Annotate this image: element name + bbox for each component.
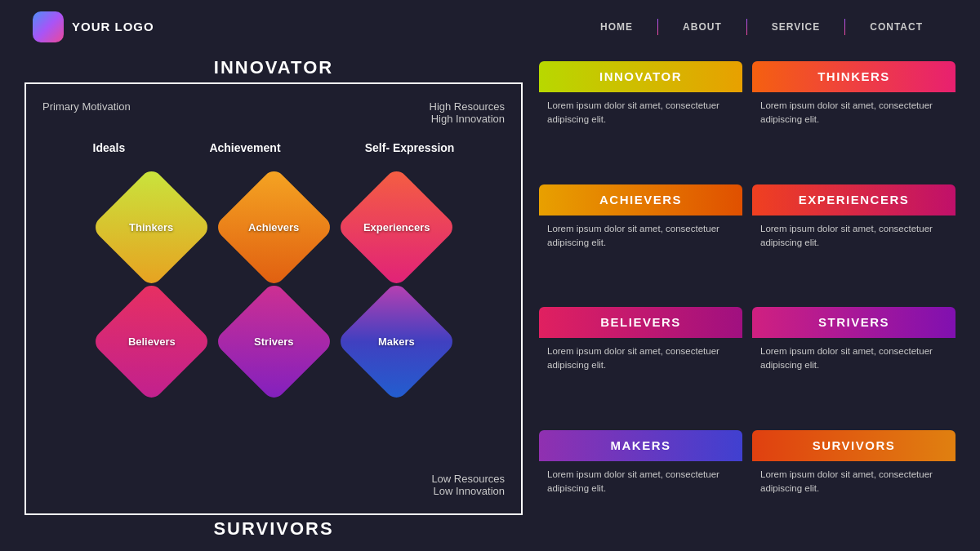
low-resources-label: Low ResourcesLow Innovation <box>431 473 505 497</box>
diamond-wrapper-experiencers: Experiencers <box>343 174 449 280</box>
diamond-wrapper-believers: Believers <box>98 288 204 394</box>
card-header-makers: MAKERS <box>539 430 742 461</box>
card-header-strivers: STRIVERS <box>752 307 956 338</box>
diamond-strivers: Strivers <box>213 281 334 402</box>
logo-icon <box>33 11 64 42</box>
diamond-makers-label: Makers <box>378 335 415 348</box>
card-title-innovator: INNOVATOR <box>599 69 682 83</box>
right-panel: INNOVATORLorem ipsum dolor sit amet, con… <box>539 53 956 551</box>
card-title-believers: BELIEVERS <box>600 315 681 329</box>
card-title-strivers: STRIVERS <box>818 315 889 329</box>
col-label-self-expression: Self- Expression <box>365 141 455 154</box>
survivors-title: SURVIVORS <box>213 518 333 540</box>
diamond-makers: Makers <box>336 281 457 402</box>
diagram-box: Primary Motivation High ResourcesHigh In… <box>24 82 523 515</box>
card-body-believers: Lorem ipsum dolor sit amet, consectetuer… <box>539 338 742 380</box>
main-content: INNOVATOR Primary Motivation High Resour… <box>0 53 980 551</box>
nav-item-contact[interactable]: CONTACT <box>845 21 947 33</box>
navigation: HOMEABOUTSERVICECONTACT <box>576 19 947 35</box>
diamonds-area: Thinkers Achievers Experiencers <box>26 174 521 394</box>
diamond-wrapper-thinkers: Thinkers <box>98 174 204 280</box>
col-label-achievement: Achievement <box>209 141 280 154</box>
diamond-experiencers-label: Experiencers <box>363 220 430 233</box>
innovator-title: INNOVATOR <box>24 53 523 78</box>
column-labels: Ideals Achievement Self- Expression <box>26 141 521 154</box>
card-innovator: INNOVATORLorem ipsum dolor sit amet, con… <box>539 61 742 175</box>
card-title-thinkers: THINKERS <box>817 69 890 83</box>
card-body-achievers: Lorem ipsum dolor sit amet, consectetuer… <box>539 216 742 257</box>
diamond-strivers-label: Strivers <box>254 335 293 347</box>
logo-text: YOUR LOGO <box>72 20 154 33</box>
card-thinkers: THINKERSLorem ipsum dolor sit amet, cons… <box>752 61 956 175</box>
card-body-thinkers: Lorem ipsum dolor sit amet, consectetuer… <box>752 92 956 134</box>
card-header-believers: BELIEVERS <box>539 307 742 338</box>
card-title-survivors: SURVIVORS <box>813 438 896 452</box>
card-header-thinkers: THINKERS <box>752 61 956 92</box>
col-label-ideals: Ideals <box>93 141 126 154</box>
diamond-wrapper-makers: Makers <box>343 288 449 394</box>
card-body-makers: Lorem ipsum dolor sit amet, consectetuer… <box>539 461 742 503</box>
card-title-experiencers: EXPERIENCERS <box>799 193 910 207</box>
primary-motivation-label: Primary Motivation <box>42 100 131 113</box>
card-header-achievers: ACHIEVERS <box>539 184 742 216</box>
diamond-achievers: Achievers <box>213 167 334 287</box>
card-header-innovator: INNOVATOR <box>539 61 742 92</box>
card-header-survivors: SURVIVORS <box>752 430 956 461</box>
diamond-row-bottom: Believers Strivers Makers <box>98 288 449 394</box>
card-achievers: ACHIEVERSLorem ipsum dolor sit amet, con… <box>539 184 742 298</box>
card-title-makers: MAKERS <box>610 438 670 452</box>
diamond-wrapper-strivers: Strivers <box>220 288 327 394</box>
diamond-thinkers-label: Thinkers <box>129 221 173 233</box>
diamond-wrapper-achievers: Achievers <box>220 174 327 280</box>
diamond-experiencers: Experiencers <box>336 167 457 287</box>
logo-area: YOUR LOGO <box>33 11 154 42</box>
card-body-experiencers: Lorem ipsum dolor sit amet, consectetuer… <box>752 216 956 257</box>
card-experiencers: EXPERIENCERSLorem ipsum dolor sit amet, … <box>752 184 956 298</box>
card-believers: BELIEVERSLorem ipsum dolor sit amet, con… <box>539 307 742 420</box>
header: YOUR LOGO HOMEABOUTSERVICECONTACT <box>0 0 980 53</box>
card-header-experiencers: EXPERIENCERS <box>752 184 956 216</box>
card-title-achievers: ACHIEVERS <box>599 193 682 207</box>
diamond-achievers-label: Achievers <box>248 221 299 233</box>
card-body-survivors: Lorem ipsum dolor sit amet, consectetuer… <box>752 461 956 503</box>
left-panel: INNOVATOR Primary Motivation High Resour… <box>24 53 523 551</box>
diamond-thinkers: Thinkers <box>91 167 212 287</box>
nav-item-about[interactable]: ABOUT <box>658 21 746 33</box>
nav-item-home[interactable]: HOME <box>576 21 657 33</box>
card-strivers: STRIVERSLorem ipsum dolor sit amet, cons… <box>752 307 956 420</box>
card-body-strivers: Lorem ipsum dolor sit amet, consectetuer… <box>752 338 956 380</box>
diamond-row-top: Thinkers Achievers Experiencers <box>98 174 449 280</box>
card-body-innovator: Lorem ipsum dolor sit amet, consectetuer… <box>539 92 742 134</box>
diamond-believers: Believers <box>91 281 212 402</box>
nav-item-service[interactable]: SERVICE <box>747 21 844 33</box>
diamond-believers-label: Believers <box>127 335 175 347</box>
card-survivors: SURVIVORSLorem ipsum dolor sit amet, con… <box>752 430 956 544</box>
high-resources-label: High ResourcesHigh Innovation <box>430 100 506 125</box>
card-makers: MAKERSLorem ipsum dolor sit amet, consec… <box>539 430 742 544</box>
